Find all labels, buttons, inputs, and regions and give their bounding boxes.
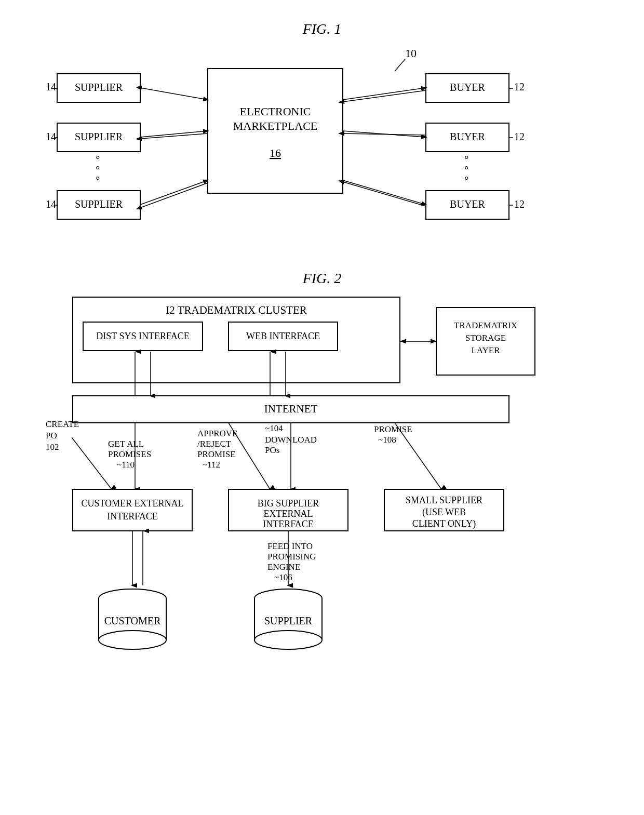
svg-line-43	[343, 180, 426, 205]
fig2-title: FIG. 2	[31, 270, 613, 287]
svg-text:BUYER: BUYER	[450, 198, 485, 210]
svg-text:14: 14	[46, 131, 56, 142]
svg-text:BIG SUPPLIER: BIG SUPPLIER	[258, 498, 319, 509]
svg-text:ELECTRONIC: ELECTRONIC	[240, 105, 311, 118]
svg-text:LAYER: LAYER	[471, 345, 500, 355]
svg-text:DIST SYS INTERFACE: DIST SYS INTERFACE	[96, 331, 189, 341]
svg-text:CLIENT ONLY): CLIENT ONLY)	[412, 518, 476, 529]
svg-text:16: 16	[270, 146, 281, 159]
page: FIG. 1 10 ELECTRONIC MARKETPLACE 16 SUPP…	[0, 0, 644, 815]
svg-text:12: 12	[514, 198, 525, 210]
svg-text:SUPPLIER: SUPPLIER	[264, 615, 313, 626]
svg-text:∘: ∘	[95, 152, 101, 163]
fig1-diagram: 10 ELECTRONIC MARKETPLACE 16 SUPPLIER 14…	[31, 43, 613, 240]
svg-line-28	[343, 88, 426, 100]
svg-text:CUSTOMER EXTERNAL: CUSTOMER EXTERNAL	[81, 498, 183, 509]
svg-text:SUPPLIER: SUPPLIER	[75, 82, 123, 93]
svg-text:WEB   INTERFACE: WEB INTERFACE	[246, 331, 320, 341]
svg-text:102: 102	[46, 442, 59, 452]
svg-text:~110: ~110	[117, 460, 135, 470]
svg-text:ENGINE: ENGINE	[267, 562, 300, 572]
fig2-container: FIG. 2 I2 TRA	[31, 270, 613, 791]
fig1-title: FIG. 1	[31, 21, 613, 37]
svg-rect-84	[73, 489, 192, 531]
svg-line-8	[140, 88, 208, 100]
svg-text:I2 TRADEMATRIX CLUSTER: I2 TRADEMATRIX CLUSTER	[166, 304, 306, 316]
svg-text:BUYER: BUYER	[450, 131, 485, 142]
svg-text:12: 12	[514, 131, 525, 142]
svg-text:/REJECT: /REJECT	[197, 439, 232, 449]
svg-text:∘: ∘	[463, 172, 470, 184]
fig1-container: FIG. 1 10 ELECTRONIC MARKETPLACE 16 SUPP…	[31, 21, 613, 249]
svg-text:∘: ∘	[95, 172, 101, 184]
svg-text:MARKETPLACE: MARKETPLACE	[233, 119, 318, 132]
svg-text:10: 10	[405, 47, 417, 60]
svg-line-83	[395, 423, 441, 489]
svg-text:INTERNET: INTERNET	[264, 403, 318, 415]
svg-text:GET ALL: GET ALL	[108, 439, 144, 449]
svg-text:14: 14	[46, 198, 56, 210]
svg-text:EXTERNAL: EXTERNAL	[264, 509, 313, 519]
svg-line-1	[395, 59, 405, 71]
svg-text:FEED INTO: FEED INTO	[267, 541, 313, 551]
svg-line-44	[343, 182, 426, 206]
svg-text:PROMISING: PROMISING	[267, 552, 316, 562]
svg-text:APPROVE: APPROVE	[197, 429, 237, 438]
svg-text:~108: ~108	[378, 435, 396, 445]
svg-text:SUPPLIER: SUPPLIER	[75, 131, 123, 142]
svg-text:~106: ~106	[274, 572, 292, 582]
svg-text:STORAGE: STORAGE	[465, 333, 506, 343]
svg-point-112	[254, 631, 322, 649]
svg-text:INTERFACE: INTERFACE	[107, 511, 158, 522]
svg-text:PROMISE: PROMISE	[374, 424, 412, 434]
svg-line-67	[72, 437, 112, 489]
svg-text:BUYER: BUYER	[450, 82, 485, 93]
svg-text:SMALL SUPPLIER: SMALL SUPPLIER	[406, 495, 482, 505]
svg-text:~104: ~104	[265, 423, 283, 433]
svg-text:12: 12	[514, 81, 525, 92]
svg-line-22	[140, 180, 208, 205]
svg-text:SUPPLIER: SUPPLIER	[75, 198, 123, 210]
svg-text:∘: ∘	[95, 162, 101, 173]
svg-text:(USE WEB: (USE WEB	[422, 507, 466, 518]
svg-text:PO: PO	[46, 431, 57, 440]
svg-text:14: 14	[46, 81, 56, 92]
svg-text:~112: ~112	[203, 460, 220, 470]
svg-line-29	[343, 90, 426, 102]
svg-point-106	[99, 631, 166, 649]
fig2-diagram: I2 TRADEMATRIX CLUSTER DIST SYS INTERFAC…	[31, 292, 613, 791]
svg-text:∘: ∘	[463, 162, 470, 173]
svg-text:PROMISES: PROMISES	[108, 449, 151, 459]
svg-text:CREATE: CREATE	[46, 419, 79, 429]
svg-line-23	[140, 183, 208, 208]
svg-text:INTERFACE: INTERFACE	[263, 519, 314, 529]
svg-text:TRADEMATRIX: TRADEMATRIX	[454, 320, 517, 330]
svg-text:POs: POs	[265, 445, 279, 455]
svg-text:∘: ∘	[463, 152, 470, 163]
svg-text:PROMISE: PROMISE	[197, 449, 236, 459]
svg-text:CUSTOMER: CUSTOMER	[104, 615, 161, 626]
